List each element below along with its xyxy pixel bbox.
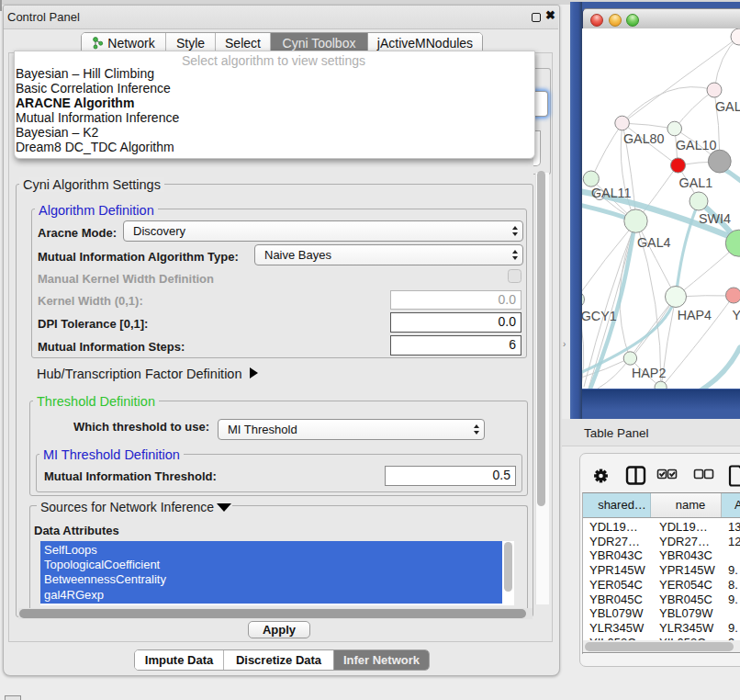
- svg-text:HAP4: HAP4: [678, 308, 712, 322]
- svg-text:GAL80: GAL80: [623, 131, 665, 146]
- svg-text:GAL11: GAL11: [591, 186, 631, 200]
- svg-text:HAP2: HAP2: [632, 366, 666, 380]
- svg-text:GAL1: GAL1: [679, 175, 713, 190]
- svg-text:GAL4: GAL4: [637, 235, 671, 250]
- svg-text:GAL10: GAL10: [676, 138, 717, 152]
- svg-text:GCY1: GCY1: [582, 309, 617, 323]
- svg-text:SWI4: SWI4: [699, 211, 731, 226]
- svg-text:GAL7: GAL7: [715, 99, 740, 114]
- svg-text:Y: Y: [733, 308, 740, 322]
